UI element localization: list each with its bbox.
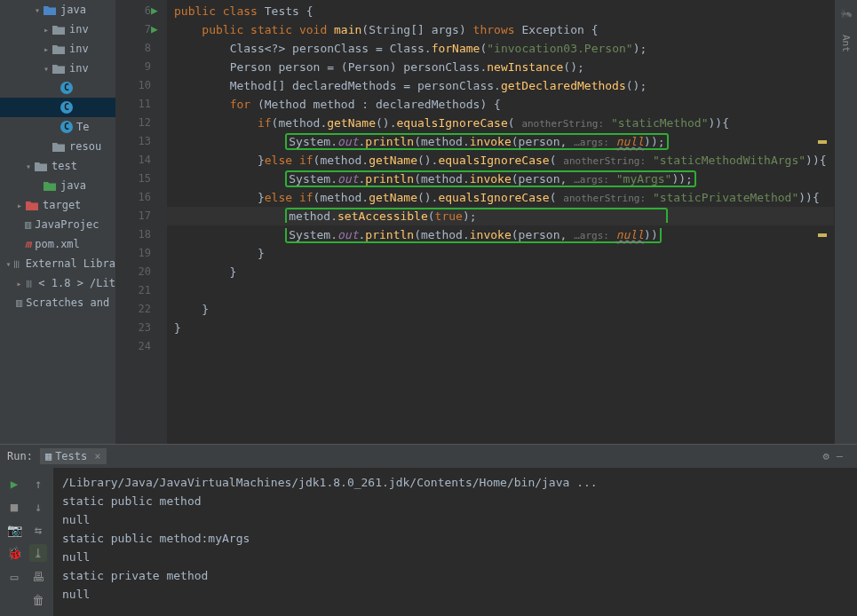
tree-item[interactable]: ▸target <box>0 195 115 215</box>
down-icon[interactable]: ↓ <box>29 498 47 516</box>
line-number: 7 <box>115 20 167 39</box>
ant-label[interactable]: Ant <box>840 35 852 52</box>
ant-tool-icon[interactable]: 🐜 <box>840 7 852 19</box>
stop-icon[interactable]: ■ <box>5 498 23 516</box>
line-number: 14 <box>115 151 167 170</box>
wrap-icon[interactable]: ⇆ <box>29 521 47 539</box>
editor-content[interactable]: public class Tests { public static void … <box>167 0 834 444</box>
line-number: 18 <box>115 225 167 244</box>
tree-item[interactable]: ▸⫼< 1.8 > /Lit <box>0 273 115 293</box>
line-number: 6 <box>115 2 167 20</box>
line-gutter: 6789101112131415161718192021222324 <box>115 0 167 444</box>
tree-item[interactable]: ▾inv <box>0 59 115 78</box>
minimize-icon[interactable]: — <box>837 450 843 462</box>
camera-icon[interactable]: 📷 <box>5 521 23 539</box>
line-number: 15 <box>115 170 167 188</box>
line-number: 21 <box>115 281 167 300</box>
exit-icon[interactable] <box>5 591 23 609</box>
tree-item[interactable]: resou <box>0 137 115 156</box>
run-toolbar: ▶ ↑ ■ ↓ 📷 ⇆ 🐞 ⤓ ▭ 🖶 🗑 <box>0 468 53 616</box>
tree-item[interactable]: ▾java <box>0 0 115 20</box>
line-number: 24 <box>115 337 167 356</box>
tree-item[interactable]: ▸inv <box>0 20 115 39</box>
change-marker-icon <box>818 233 827 237</box>
gear-icon[interactable]: ⚙ <box>823 450 829 462</box>
code-editor[interactable]: 6789101112131415161718192021222324 publi… <box>115 0 834 444</box>
line-number: 23 <box>115 319 167 337</box>
tree-item[interactable]: java <box>0 176 115 195</box>
run-tab-label: Tests <box>55 450 87 462</box>
run-panel: Run: ▦ Tests × ⚙ — ▶ ↑ ■ ↓ 📷 ⇆ 🐞 ⤓ ▭ 🖶 🗑… <box>0 444 857 616</box>
tree-item[interactable]: mpom.xml <box>0 234 115 254</box>
line-number: 17 <box>115 207 167 225</box>
project-tree[interactable]: ▾java▸inv▸inv▾invCCCTeresou▾testjava▸tar… <box>0 0 115 444</box>
line-number: 13 <box>115 132 167 151</box>
tree-item[interactable]: C <box>0 78 115 98</box>
tree-item[interactable]: ▾⫼External Libra <box>0 254 115 273</box>
right-toolbar: 🐜 Ant <box>834 0 857 444</box>
tree-item[interactable]: CTe <box>0 117 115 137</box>
console-line: null <box>62 548 848 566</box>
line-number: 8 <box>115 39 167 58</box>
run-gutter-icon[interactable]: ▶ <box>151 22 158 36</box>
run-header: Run: ▦ Tests × ⚙ — <box>0 445 857 468</box>
run-tab[interactable]: ▦ Tests × <box>40 448 107 464</box>
close-icon[interactable]: × <box>94 450 100 462</box>
run-gutter-icon[interactable]: ▶ <box>151 4 158 17</box>
tree-item[interactable]: ▥JavaProjec <box>0 215 115 234</box>
line-number: 22 <box>115 300 167 319</box>
line-number: 9 <box>115 58 167 76</box>
tree-item[interactable]: ▥Scratches and <box>0 293 115 312</box>
console-line: static public method:myArgs <box>62 529 848 548</box>
line-number: 12 <box>115 114 167 132</box>
trash-icon[interactable]: 🗑 <box>29 591 47 609</box>
line-number: 11 <box>115 95 167 114</box>
console-line: /Library/Java/JavaVirtualMachines/jdk1.8… <box>62 473 848 492</box>
line-number: 20 <box>115 263 167 281</box>
scroll-icon[interactable]: ⤓ <box>29 544 47 562</box>
layout-icon[interactable]: ▭ <box>5 568 23 586</box>
console-output[interactable]: /Library/Java/JavaVirtualMachines/jdk1.8… <box>53 468 857 616</box>
debug-icon[interactable]: 🐞 <box>5 544 23 562</box>
console-line: static private method <box>62 566 848 585</box>
rerun-icon[interactable]: ▶ <box>5 475 23 493</box>
console-line: null <box>62 510 848 529</box>
print-icon[interactable]: 🖶 <box>29 568 47 586</box>
line-number: 10 <box>115 76 167 95</box>
line-number: 16 <box>115 188 167 207</box>
line-number: 19 <box>115 244 167 263</box>
tree-item[interactable]: ▸inv <box>0 39 115 59</box>
tree-item[interactable]: ▾test <box>0 156 115 176</box>
run-label: Run: <box>7 450 33 462</box>
tree-item[interactable]: C <box>0 98 115 117</box>
console-line: static public method <box>62 492 848 510</box>
change-marker-icon <box>818 140 827 144</box>
file-icon: ▦ <box>45 450 52 462</box>
up-icon[interactable]: ↑ <box>29 475 47 493</box>
console-line: null <box>62 585 848 604</box>
